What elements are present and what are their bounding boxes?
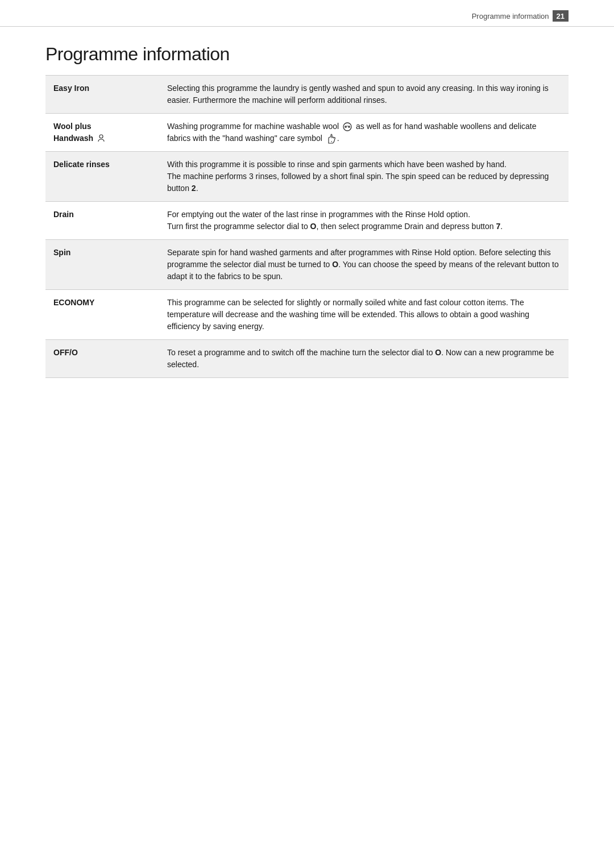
button-2-reference: 2 <box>192 184 196 193</box>
dial-o-spin-reference: O <box>332 260 338 269</box>
table-row: OFF/O To reset a programme and to switch… <box>45 340 569 378</box>
hand-wash-care-icon <box>326 133 337 144</box>
programme-label-drain: Drain <box>45 202 159 240</box>
table-row: Spin Separate spin for hand washed garme… <box>45 240 569 290</box>
programme-label-economy: ECONOMY <box>45 290 159 340</box>
programme-desc-economy: This programme can be selected for sligh… <box>159 290 569 340</box>
table-row: Wool plus Handwash Washing programme for… <box>45 114 569 152</box>
table-row: Delicate rinses With this programme it i… <box>45 152 569 202</box>
handwash-icon <box>97 134 106 143</box>
programme-label-delicate-rinses: Delicate rinses <box>45 152 159 202</box>
programme-label-off-o: OFF/O <box>45 340 159 378</box>
header-section-label: Programme information <box>472 12 549 20</box>
button-7-reference: 7 <box>496 222 500 231</box>
page-number: 21 <box>553 10 569 22</box>
page-container: Programme information 21 Programme infor… <box>0 0 614 868</box>
table-row: ECONOMY This programme can be selected f… <box>45 290 569 340</box>
page-title: Programme information <box>45 44 569 65</box>
programme-desc-spin: Separate spin for hand washed garments a… <box>159 240 569 290</box>
programme-table: Easy Iron Selecting this programme the l… <box>45 75 569 378</box>
programme-label-wool-plus: Wool plus Handwash <box>45 114 159 152</box>
programme-desc-off-o: To reset a programme and to switch off t… <box>159 340 569 378</box>
programme-desc-easy-iron: Selecting this programme the laundry is … <box>159 76 569 114</box>
page-header: Programme information 21 <box>0 0 614 27</box>
programme-label-easy-iron: Easy Iron <box>45 76 159 114</box>
dial-o-off-reference: O <box>435 348 441 357</box>
programme-desc-delicate-rinses: With this programme it is possible to ri… <box>159 152 569 202</box>
programme-desc-wool-plus: Washing programme for machine washable w… <box>159 114 569 152</box>
programme-label-spin: Spin <box>45 240 159 290</box>
programme-desc-drain: For emptying out the water of the last r… <box>159 202 569 240</box>
dial-o-reference: O <box>310 222 317 231</box>
wool-icon <box>342 122 352 132</box>
table-row: Drain For emptying out the water of the … <box>45 202 569 240</box>
table-row: Easy Iron Selecting this programme the l… <box>45 76 569 114</box>
svg-point-0 <box>99 135 103 138</box>
main-content: Programme information Easy Iron Selectin… <box>0 27 614 412</box>
